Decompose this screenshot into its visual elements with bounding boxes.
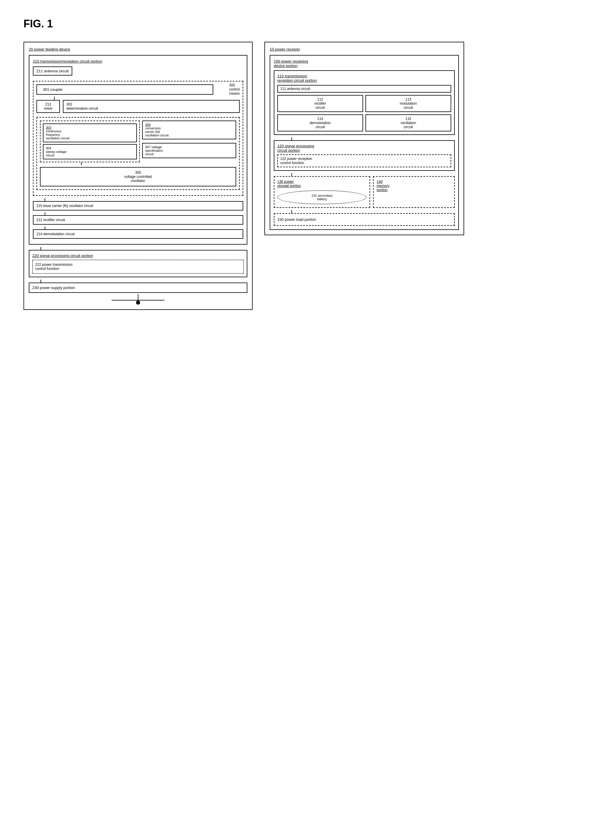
osc-115-box: 115 oscillation circuit — [365, 114, 451, 131]
tx-rx-left-label: 210 transmission/reception circuit porti… — [33, 59, 243, 63]
demod-114-box: 114 demodulation circuit — [277, 114, 363, 131]
osc-sweep-region: 303 continuous frequency oscillation cir… — [40, 121, 140, 162]
coupler-box: 301 coupler — [37, 84, 213, 95]
memory-140-box: 140memoryportion — [373, 176, 455, 208]
memory-140-label: 140memoryportion — [377, 179, 451, 192]
box-304: 304 sweep voltage circuit — [43, 144, 137, 159]
sub-col-right: 306 conversion carrier (fα) oscillation … — [142, 121, 236, 162]
modulation-113-box: 113 modulation circuit — [365, 95, 451, 112]
rectifier-box-left: 212 rectifier circuit — [33, 215, 243, 225]
box-303: 303 continuous frequency oscillation cir… — [43, 124, 137, 142]
antenna-box-left: 211 antenna circuit — [33, 66, 72, 75]
right-device-label: 10 power receiver — [270, 47, 459, 51]
tx-rx-right-label: 110 transmission/reception circuit porti… — [277, 74, 451, 82]
rectifier-112-box: 112 rectifier circuit — [277, 95, 363, 112]
box-307: 307 voltage specification circuit — [142, 143, 236, 158]
bottom-connector — [29, 294, 247, 305]
determination-box: 302 determination circuit — [63, 100, 240, 113]
storage-130-box: 130 powerstorage portion 131 secondaryba… — [274, 176, 370, 208]
inner-control-region: 303 continuous frequency oscillation cir… — [37, 117, 240, 190]
left-device-label: 20 power feeding device — [29, 47, 247, 51]
control-means-label: 300controlmeans — [229, 83, 240, 96]
figure-title: FIG. 1 — [23, 18, 593, 30]
box-306: 306 conversion carrier (fα) oscillation … — [142, 121, 236, 139]
grid-114-115: 114 demodulation circuit 115 oscillation… — [277, 114, 451, 131]
storage-memory-row: 130 powerstorage portion 131 secondaryba… — [274, 176, 455, 208]
grid-112-113: 112 rectifier circuit 113 modulation cir… — [277, 95, 451, 112]
storage-130-label: 130 powerstorage portion — [277, 179, 367, 188]
right-device-box: 10 power receiver 100 power receivingdev… — [264, 42, 464, 235]
sig-proc-right-label: 120 signal processingcircuit portion — [277, 144, 451, 153]
power-load-150-box: 150 power load portion — [274, 213, 455, 226]
sig-proc-left-label: 220 signal processing circuit portion — [32, 253, 244, 258]
tx-rx-left-box: 210 transmission/reception circuit porti… — [29, 55, 247, 245]
base-carrier-box: 215 base carrier (fb) oscillator circuit — [33, 201, 243, 210]
box-305: 305 voltage controlled oscillator — [40, 167, 236, 187]
coupler-row: 301 coupler — [37, 84, 240, 95]
demod-box-left: 214 demodulation circuit — [33, 229, 243, 239]
antenna-111-box: 111 antenna circuit — [277, 85, 451, 93]
control-means-region: 300controlmeans 301 coupler 213 mixer 30… — [33, 81, 243, 196]
mixer-determination-row: 213 mixer 302 determination circuit — [37, 100, 240, 113]
mixer-box: 213 mixer — [37, 100, 60, 113]
sig-proc-right-box: 120 signal processingcircuit portion 122… — [274, 140, 455, 171]
power-rcv-ctrl-box: 122 power reception control function — [277, 154, 451, 167]
power-supply-box: 230 power supply portion — [29, 282, 247, 293]
power-tx-ctrl-box: 222 power transmission control function — [32, 260, 244, 274]
left-device-box: 20 power feeding device 210 transmission… — [23, 42, 253, 310]
battery-131-oval: 131 secondarybattery — [277, 190, 367, 204]
power-rcv-device-label: 100 power receivingdevice portion — [274, 59, 455, 68]
sub-cols: 303 continuous frequency oscillation cir… — [40, 121, 236, 162]
power-rcv-device-box: 100 power receivingdevice portion 110 tr… — [270, 55, 459, 230]
tx-rx-right-box: 110 transmission/reception circuit porti… — [274, 70, 455, 135]
diagram-container: 20 power feeding device 210 transmission… — [23, 42, 593, 310]
sig-proc-left-box: 220 signal processing circuit portion 22… — [29, 250, 247, 277]
